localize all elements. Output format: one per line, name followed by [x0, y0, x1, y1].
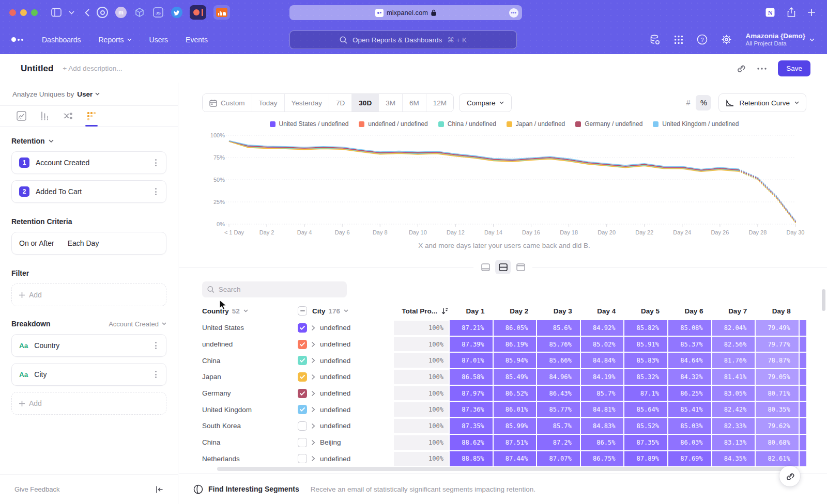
- legend-item[interactable]: United Kingdom / undefined: [653, 120, 739, 128]
- kebab-menu-icon[interactable]: [153, 157, 159, 168]
- filter-add-button[interactable]: Add: [11, 284, 166, 306]
- retention-chart[interactable]: 0%25%50%75%100%< 1 DayDay 2Day 4Day 6Day…: [202, 131, 806, 241]
- retention-value-cell[interactable]: 87.35%: [624, 435, 667, 450]
- retention-value-cell[interactable]: 85.08%: [668, 320, 711, 336]
- country-cell[interactable]: China: [202, 434, 274, 451]
- date-range-custom[interactable]: Custom: [203, 94, 252, 112]
- country-cell[interactable]: Netherlands: [202, 451, 274, 467]
- retention-value-cell[interactable]: 84.83%: [581, 418, 624, 434]
- series-line-projected[interactable]: [739, 170, 795, 222]
- expand-row-icon[interactable]: [312, 407, 315, 412]
- expand-row-icon[interactable]: [312, 374, 315, 380]
- retention-value-cell[interactable]: 83.13%: [712, 435, 755, 450]
- day-column-header[interactable]: Day 8: [755, 307, 799, 315]
- retention-value-cell[interactable]: 85.32%: [624, 369, 667, 385]
- retention-value-cell[interactable]: 85.77%: [537, 402, 580, 417]
- url-more-icon[interactable]: •••: [509, 8, 518, 18]
- kebab-menu-icon[interactable]: [153, 340, 159, 351]
- retention-value-cell[interactable]: 82.04%: [712, 320, 755, 336]
- more-options-button[interactable]: [757, 68, 767, 70]
- settings-gear-icon[interactable]: [721, 34, 732, 45]
- retention-value-cell[interactable]: 85.91%: [624, 337, 667, 352]
- new-tab-icon[interactable]: [807, 8, 816, 17]
- select-all-checkbox[interactable]: [298, 306, 307, 316]
- global-search-button[interactable]: Open Reports & Dashboards ⌘ + K: [289, 30, 517, 49]
- date-range-3m[interactable]: 3M: [379, 94, 403, 112]
- breakdown-country[interactable]: Aa Country: [11, 334, 166, 357]
- add-description-button[interactable]: + Add description...: [63, 65, 122, 72]
- legend-item[interactable]: China / undefined: [438, 120, 496, 128]
- retention-value-cell[interactable]: 78.87%: [756, 353, 799, 368]
- retention-value-cell[interactable]: 85.52%: [624, 418, 667, 434]
- layout-table-only-button[interactable]: [513, 260, 528, 274]
- chart-type-selector[interactable]: Retention Curve: [718, 93, 806, 112]
- country-cell[interactable]: Germany: [202, 385, 274, 402]
- favicon-bird-icon[interactable]: [171, 7, 182, 18]
- favicon-ring-icon[interactable]: [97, 7, 108, 18]
- favicon-patreon-icon[interactable]: [190, 5, 206, 20]
- retention-value-cell[interactable]: 86.5%: [581, 435, 624, 450]
- breakdown-event-selector[interactable]: Account Created: [109, 320, 166, 328]
- city-cell[interactable]: undefined: [274, 418, 393, 434]
- retention-value-cell[interactable]: 85.37%: [668, 337, 711, 352]
- retention-value-cell[interactable]: 88.62%: [450, 435, 493, 450]
- unit-number-button[interactable]: #: [680, 95, 696, 111]
- share-link-fab[interactable]: [779, 466, 800, 486]
- retention-section-header[interactable]: Retention: [11, 137, 166, 145]
- kebab-menu-icon[interactable]: [153, 186, 159, 197]
- retention-value-cell[interactable]: 81.41%: [712, 369, 755, 385]
- retention-value-cell[interactable]: 84.84%: [581, 353, 624, 368]
- retention-value-cell[interactable]: 87.39%: [450, 337, 493, 352]
- series-line-projected[interactable]: [739, 171, 795, 223]
- retention-step-1[interactable]: 1 Account Created: [11, 151, 166, 174]
- retention-value-cell[interactable]: 85.64%: [624, 402, 667, 417]
- retention-value-cell[interactable]: 86.75%: [581, 451, 624, 467]
- retention-value-cell[interactable]: 84.19%: [581, 369, 624, 385]
- retention-value-cell[interactable]: 85.66%: [537, 353, 580, 368]
- table-search[interactable]: [202, 281, 347, 297]
- favicon-m-icon[interactable]: m: [115, 7, 127, 18]
- tab-insights[interactable]: [17, 106, 26, 126]
- row-checkbox[interactable]: [298, 340, 307, 349]
- nav-item-reports[interactable]: Reports: [99, 36, 132, 44]
- retention-value-cell[interactable]: 85.76%: [537, 337, 580, 352]
- expand-row-icon[interactable]: [312, 342, 315, 347]
- retention-value-cell[interactable]: 87.36%: [450, 402, 493, 417]
- day-column-header[interactable]: Day 7: [712, 307, 756, 315]
- country-cell[interactable]: United States: [202, 320, 274, 336]
- analyze-by-selector[interactable]: User: [77, 90, 100, 98]
- row-checkbox[interactable]: [298, 421, 307, 431]
- retention-value-cell[interactable]: 82.61%: [756, 451, 799, 467]
- url-bar[interactable]: mixpanel.com •••: [289, 5, 522, 20]
- retention-value-cell[interactable]: 88.85%: [450, 451, 493, 467]
- retention-value-cell[interactable]: 87.1%: [624, 386, 667, 401]
- series-line[interactable]: [229, 141, 739, 169]
- retention-value-cell[interactable]: 85.94%: [494, 353, 537, 368]
- retention-value-cell[interactable]: 82.56%: [712, 337, 755, 352]
- back-icon[interactable]: [85, 9, 89, 17]
- country-cell[interactable]: China: [202, 352, 274, 369]
- retention-value-cell[interactable]: 85.02%: [581, 337, 624, 352]
- retention-value-cell[interactable]: 87.35%: [450, 418, 493, 434]
- favicon-cube-icon[interactable]: [134, 7, 145, 18]
- date-range-yesterday[interactable]: Yesterday: [285, 94, 330, 112]
- table-search-input[interactable]: [219, 286, 342, 293]
- city-cell[interactable]: undefined: [274, 336, 393, 353]
- city-cell[interactable]: undefined: [274, 320, 393, 336]
- retention-value-cell[interactable]: 85.83%: [624, 353, 667, 368]
- layout-split-button[interactable]: [495, 260, 511, 274]
- retention-value-cell[interactable]: 81.76%: [712, 353, 755, 368]
- compare-button[interactable]: Compare: [459, 93, 512, 112]
- expand-row-icon[interactable]: [312, 358, 315, 363]
- save-button[interactable]: Save: [778, 60, 810, 76]
- kebab-menu-icon[interactable]: [153, 369, 159, 380]
- nav-item-events[interactable]: Events: [186, 36, 208, 44]
- day-column-header[interactable]: Day 4: [580, 307, 624, 315]
- retention-value-cell[interactable]: 82.33%: [712, 418, 755, 434]
- retention-value-cell[interactable]: 87.97%: [450, 386, 493, 401]
- horizontal-scrollbar[interactable]: [217, 467, 797, 471]
- retention-value-cell[interactable]: 85.7%: [537, 418, 580, 434]
- retention-value-cell[interactable]: 86.01%: [494, 402, 537, 417]
- city-cell[interactable]: undefined: [274, 451, 393, 467]
- retention-value-cell[interactable]: 84.81%: [581, 402, 624, 417]
